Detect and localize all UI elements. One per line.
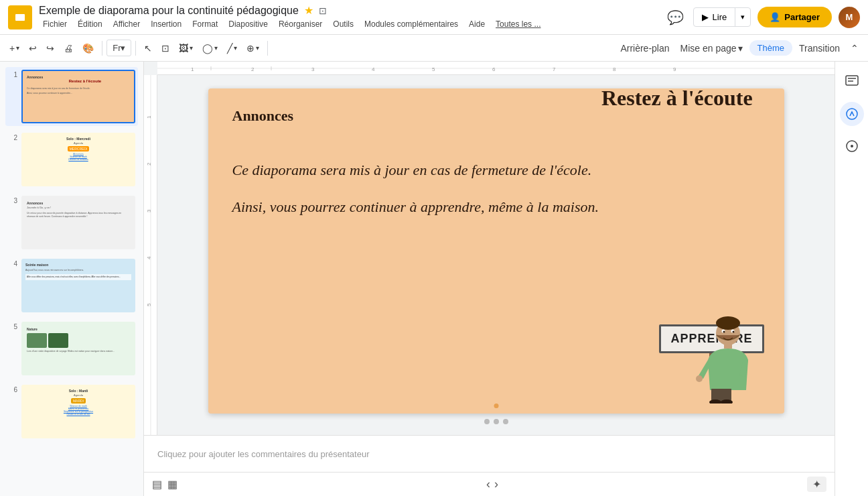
lire-arrow[interactable]: ▾ — [735, 9, 750, 25]
menu-outils[interactable]: Outils — [329, 18, 358, 30]
ruler-horizontal: 1 2 3 4 5 6 7 8 9 — [157, 62, 835, 75]
slide-6-preview: Solo : Mardi Agenda MARDI Séance de math… — [21, 385, 135, 438]
slide-4-content: Soirée maison Aujourd'hui, nous nous ret… — [23, 260, 134, 311]
more-button[interactable]: ⊕ ▾ — [242, 40, 263, 56]
transition-button[interactable]: Transition — [795, 40, 844, 56]
slide-canvas[interactable]: Annonces Restez à l'écoute Ce diaporama … — [208, 88, 784, 414]
slide-5-num: 5 — [8, 323, 17, 330]
add-button[interactable]: + ▾ — [5, 40, 23, 56]
partager-button[interactable]: 👤 Partager — [757, 7, 832, 27]
mise-en-page-button[interactable]: Mise en page ▾ — [676, 40, 747, 56]
slide-5-img1 — [27, 333, 47, 348]
redo-button[interactable]: ↪ — [42, 40, 58, 56]
lire-main[interactable]: ▶ Lire — [694, 8, 736, 26]
zoom-label: Fr▾ — [113, 43, 125, 53]
slide-4-thumb[interactable]: 4 Soirée maison Aujourd'hui, nous nous r… — [5, 256, 138, 315]
menu-bar: Fichier Édition Afficher Insertion Forma… — [39, 18, 658, 30]
menu-diapositive[interactable]: Diapositive — [224, 18, 272, 30]
doc-title-text[interactable]: Exemple de diaporama pour la continuité … — [39, 5, 299, 17]
ruler-ticks: 1 2 3 4 5 6 7 8 9 — [157, 62, 835, 75]
comment-button[interactable]: 💬 — [664, 7, 686, 28]
slide-6-badge: MARDI — [71, 398, 86, 404]
add-note-button[interactable]: ✦ — [807, 477, 826, 492]
menu-aide[interactable]: Aide — [465, 18, 489, 30]
slide-4-line: Aller vous défier des pressions, mais c'… — [27, 275, 130, 279]
cursor-icon: ↖ — [144, 43, 152, 54]
menu-format[interactable]: Format — [188, 18, 222, 30]
toolbar: + ▾ ↩ ↪ 🖨 🎨 Fr▾ ↖ ⊡ 🖼 ▾ ◯ ▾ ╱ ▾ ⊕ ▾ Ar — [0, 35, 868, 62]
svg-point-38 — [851, 145, 853, 147]
menu-modules[interactable]: Modules complémentaires — [360, 18, 462, 30]
shape-button[interactable]: ◯ ▾ — [198, 40, 222, 56]
lire-button[interactable]: ▶ Lire ▾ — [693, 7, 751, 27]
svg-text:8: 8 — [613, 66, 616, 72]
doc-title: Exemple de diaporama pour la continuité … — [39, 4, 658, 17]
menu-insertion[interactable]: Insertion — [147, 18, 186, 30]
line-button[interactable]: ╱ ▾ — [223, 40, 241, 56]
notes-icon — [845, 139, 859, 153]
slide-scroll-dots — [484, 419, 508, 424]
top-bar: Exemple de diaporama pour la continuité … — [0, 0, 868, 35]
slide-4-preview: Soirée maison Aujourd'hui, nous nous ret… — [21, 259, 135, 312]
slide-editor: 1 2 3 4 5 6 7 8 9 1 2 3 4 — [144, 62, 835, 496]
more-icon: ⊕ — [246, 43, 255, 54]
drive-icon[interactable]: ⊡ — [319, 5, 327, 16]
scroll-dot-1 — [484, 419, 490, 424]
slide-list-view-button[interactable]: ▦ — [167, 478, 177, 491]
slide-1-content: Annonces Restez à l'écoute Ce diaporama … — [23, 71, 134, 122]
print-button[interactable]: 🖨 — [60, 40, 77, 56]
star-icon[interactable]: ★ — [304, 4, 313, 17]
svg-text:1: 1 — [146, 115, 152, 119]
notes-area[interactable]: Cliquez pour ajouter les commentaires du… — [144, 435, 835, 472]
undo-button[interactable]: ↩ — [25, 40, 41, 56]
slide-line2[interactable]: Ainsi, vous pourrez continuer à apprendr… — [232, 195, 760, 219]
slide-5-thumb[interactable]: 5 Nature Lors d'une visite diapositive d… — [5, 319, 138, 378]
doc-title-area: Exemple de diaporama pour la continuité … — [39, 4, 658, 30]
slide-3-body: Un retour pour des accords journée diapo… — [27, 212, 130, 219]
slide-line1[interactable]: Ce diaporama sera mis à jour en cas de f… — [232, 158, 760, 182]
slide-1-thumb-subtitle: Restez à l'écoute — [40, 79, 130, 83]
prev-slide-button[interactable]: ‹ — [486, 477, 490, 491]
menu-toutes[interactable]: Toutes les ... — [492, 18, 545, 30]
notes-panel-icon[interactable] — [840, 134, 864, 158]
menu-reorganiser[interactable]: Réorganiser — [275, 18, 326, 30]
zoom-selector[interactable]: Fr▾ — [106, 40, 131, 56]
chat-panel-icon[interactable] — [840, 70, 864, 94]
slide-restez-title[interactable]: Restez à l'écoute — [601, 88, 753, 111]
slide-2-thumb[interactable]: 2 Solo : Mercredi Agenda MERCREDI Annonc… — [5, 130, 138, 189]
separator-1 — [102, 41, 102, 56]
textbox-icon: ⊡ — [161, 43, 169, 54]
menu-edition[interactable]: Édition — [74, 18, 106, 30]
mise-en-page-label: Mise en page — [680, 43, 737, 54]
arriere-plan-button[interactable]: Arrière-plan — [616, 40, 673, 56]
slide-canvas-area[interactable]: Annonces Restez à l'écoute Ce diaporama … — [157, 75, 835, 435]
paint-button[interactable]: 🎨 — [78, 40, 98, 56]
svg-point-36 — [847, 109, 857, 119]
notes-placeholder: Cliquez pour ajouter les commentaires du… — [157, 449, 370, 459]
slide-1-thumb[interactable]: 1 Annonces Restez à l'écoute Ce diaporam… — [5, 67, 138, 126]
image-button[interactable]: 🖼 ▾ — [175, 40, 197, 56]
theme-button[interactable]: Thème — [749, 40, 792, 56]
slide-figure: APPRENDRE — [659, 324, 764, 404]
next-slide-button[interactable]: › — [494, 477, 498, 491]
svg-rect-33 — [846, 76, 858, 85]
slide-grid-view-button[interactable]: ▤ — [152, 478, 162, 491]
slide-1-thumb-body2: Ainsi, vous pourrez continuer à apprendr… — [27, 92, 130, 95]
cursor-button[interactable]: ↖ — [140, 40, 156, 56]
textbox-button[interactable]: ⊡ — [157, 40, 173, 56]
app-icon[interactable] — [8, 5, 32, 29]
separator-2 — [135, 41, 136, 56]
transition-label: Transition — [799, 43, 840, 54]
avatar[interactable]: M — [839, 7, 860, 28]
slide-3-thumb[interactable]: 3 Annonces Journée à Go, y on ! Un retou… — [5, 193, 138, 252]
image-icon: 🖼 — [179, 43, 188, 54]
collapse-panel-button[interactable]: ⌃ — [847, 40, 863, 56]
menu-afficher[interactable]: Afficher — [109, 18, 144, 30]
slide-6-title: Solo : Mardi — [69, 389, 88, 393]
slide-3-preview: Annonces Journée à Go, y on ! Un retour … — [21, 196, 135, 249]
main-content: 1 Annonces Restez à l'écoute Ce diaporam… — [0, 62, 868, 496]
slide-annonces-title[interactable]: Annonces — [232, 107, 294, 125]
slide-6-thumb[interactable]: 6 Solo : Mardi Agenda MARDI Séance de ma… — [5, 382, 138, 441]
menu-fichier[interactable]: Fichier — [39, 18, 71, 30]
explore-panel-icon[interactable] — [840, 102, 864, 126]
